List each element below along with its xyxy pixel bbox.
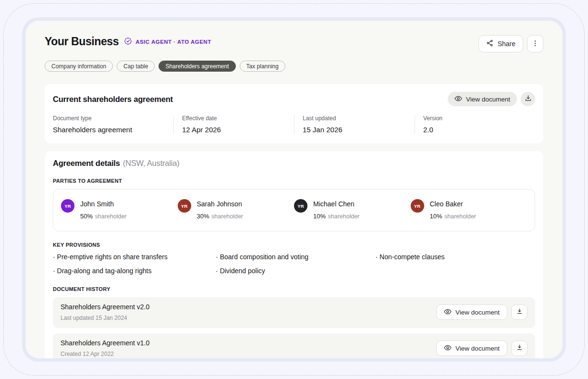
field-label: Version xyxy=(423,115,527,122)
history-row-v2: Shareholders Agreement v2.0 Last updated… xyxy=(53,297,535,328)
parties-label: PARTIES TO AGREEMENT xyxy=(53,178,535,184)
field-label: Last updated xyxy=(303,115,407,122)
current-agreement-fields: Document type Shareholders agreement Eff… xyxy=(53,115,535,134)
history-actions: View document xyxy=(436,341,527,356)
history-title: Shareholders Agreement v2.0 xyxy=(61,303,149,311)
field-version: Version 2.0 xyxy=(415,115,535,134)
view-document-button[interactable]: View document xyxy=(448,92,517,106)
field-value: 12 Apr 2026 xyxy=(182,126,286,134)
provision-item: · Board composition and voting xyxy=(216,253,375,261)
download-icon xyxy=(525,95,532,103)
download-document-button[interactable] xyxy=(521,92,535,106)
party-name: John Smith xyxy=(80,199,127,208)
download-icon xyxy=(516,308,523,316)
section-tabs: Company information Cap table Shareholde… xyxy=(45,61,543,72)
more-options-button[interactable] xyxy=(527,35,543,52)
field-last-updated: Last updated 15 Jan 2026 xyxy=(294,115,415,134)
party-share: 50% xyxy=(80,213,93,220)
app-shell: Your Business ASIC AGENT · ATO AGENT xyxy=(22,17,566,362)
verified-badge-icon xyxy=(124,37,132,46)
header-actions: Share xyxy=(478,35,543,52)
party-cleo-baker: YR Cleo Baker 10% shareholder xyxy=(411,199,527,220)
tab-company-information[interactable]: Company information xyxy=(45,61,113,72)
eye-icon xyxy=(444,344,452,353)
agents-label: ASIC AGENT · ATO AGENT xyxy=(135,39,211,45)
field-value: Shareholders agreement xyxy=(53,126,166,134)
avatar: YR xyxy=(61,199,74,213)
title-row: Your Business ASIC AGENT · ATO AGENT xyxy=(45,35,211,48)
avatar: YR xyxy=(178,199,191,213)
history-actions: View document xyxy=(436,304,527,320)
current-agreement-title: Current shareholders agreement xyxy=(53,95,173,104)
party-name: Michael Chen xyxy=(313,199,360,208)
field-value: 2.0 xyxy=(423,126,527,134)
current-agreement-actions: View document xyxy=(448,92,535,106)
agreement-details-title: Agreement details xyxy=(53,159,120,168)
party-info: John Smith 50% shareholder xyxy=(80,199,127,220)
share-button[interactable]: Share xyxy=(478,35,523,52)
current-agreement-header: Current shareholders agreement View docu… xyxy=(53,92,535,106)
field-value: 15 Jan 2026 xyxy=(303,126,407,134)
provisions-label: KEY PROVISIONS xyxy=(53,242,535,248)
agreement-details-header: Agreement details (NSW, Australia) xyxy=(53,159,535,168)
main-container: Your Business ASIC AGENT · ATO AGENT xyxy=(25,21,563,358)
party-role: shareholder xyxy=(328,213,359,220)
agreement-details-subtitle: (NSW, Australia) xyxy=(123,159,180,168)
party-share-row: 10% shareholder xyxy=(313,212,360,220)
kebab-menu-icon xyxy=(531,39,539,49)
agents-badge: ASIC AGENT · ATO AGENT xyxy=(124,37,211,46)
view-document-label: View document xyxy=(466,96,510,103)
party-share: 10% xyxy=(313,213,326,220)
field-effective-date: Effective date 12 Apr 2026 xyxy=(173,115,294,134)
history-info: Shareholders Agreement v2.0 Last updated… xyxy=(61,303,149,321)
history-row-v1: Shareholders Agreement v1.0 Created 12 A… xyxy=(53,333,535,358)
field-label: Document type xyxy=(53,115,166,122)
history-label: DOCUMENT HISTORY xyxy=(53,286,535,292)
party-share: 10% xyxy=(430,213,442,220)
history-title: Shareholders Agreement v1.0 xyxy=(61,339,149,347)
avatar: YR xyxy=(411,199,424,213)
view-document-label: View document xyxy=(455,345,500,352)
party-share-row: 10% shareholder xyxy=(430,212,477,220)
history-meta: Last updated 15 Jan 2024 xyxy=(61,315,149,321)
share-label: Share xyxy=(498,40,515,48)
page-title: Your Business xyxy=(45,35,119,48)
party-name: Cleo Baker xyxy=(430,199,477,208)
share-icon xyxy=(486,39,493,48)
download-document-button[interactable] xyxy=(511,304,527,320)
party-share: 30% xyxy=(197,213,209,220)
party-name: Sarah Johnson xyxy=(197,199,244,208)
party-sarah-johnson: YR Sarah Johnson 30% shareholder xyxy=(178,199,294,220)
party-share-row: 50% shareholder xyxy=(80,212,127,220)
tab-shareholders-agreement[interactable]: Shareholders agreement xyxy=(159,61,235,72)
agreement-details-card: Agreement details (NSW, Australia) PARTI… xyxy=(45,151,543,358)
view-document-button[interactable]: View document xyxy=(436,304,507,320)
current-agreement-card: Current shareholders agreement View docu… xyxy=(45,84,543,143)
party-info: Sarah Johnson 30% shareholder xyxy=(197,199,244,220)
provision-item: · Pre-emptive rights on share transfers xyxy=(53,253,216,261)
field-document-type: Document type Shareholders agreement xyxy=(53,115,173,134)
history-list: Shareholders Agreement v2.0 Last updated… xyxy=(53,297,535,358)
download-document-button[interactable] xyxy=(511,341,527,356)
party-info: Cleo Baker 10% shareholder xyxy=(430,199,477,220)
party-john-smith: YR John Smith 50% shareholder xyxy=(61,199,178,220)
party-role: shareholder xyxy=(444,213,476,220)
provision-item: · Dividend policy xyxy=(216,267,375,275)
provisions-list: · Pre-emptive rights on share transfers … xyxy=(53,253,535,275)
provision-item: · Non-compete clauses xyxy=(376,253,535,261)
eye-icon xyxy=(444,308,452,317)
download-icon xyxy=(516,344,523,353)
tab-tax-planning[interactable]: Tax planning xyxy=(240,61,285,72)
history-meta: Created 12 Apr 2022 xyxy=(61,351,149,357)
party-role: shareholder xyxy=(95,213,126,220)
party-michael-chen: YR Michael Chen 10% shareholder xyxy=(294,199,411,220)
party-info: Michael Chen 10% shareholder xyxy=(313,199,360,220)
eye-icon xyxy=(454,95,462,104)
view-document-button[interactable]: View document xyxy=(436,341,507,356)
page-header: Your Business ASIC AGENT · ATO AGENT xyxy=(45,35,543,52)
party-role: shareholder xyxy=(211,213,243,220)
history-info: Shareholders Agreement v1.0 Created 12 A… xyxy=(61,339,149,357)
party-share-row: 30% shareholder xyxy=(197,212,244,220)
tab-cap-table[interactable]: Cap table xyxy=(117,61,155,72)
provision-item: · Drag-along and tag-along rights xyxy=(53,267,216,275)
